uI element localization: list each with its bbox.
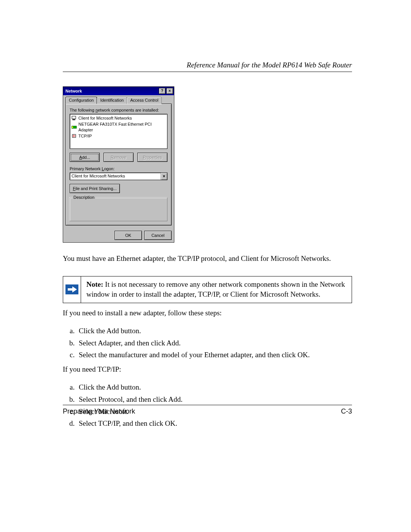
nic-icon [72, 125, 77, 129]
tab-identification[interactable]: Identification [97, 97, 127, 104]
list-item: Select Adapter, and then click Add. [76, 338, 352, 348]
svg-rect-3 [72, 126, 73, 128]
description-legend: Description [72, 195, 96, 200]
close-button[interactable]: × [166, 88, 173, 94]
tab-access-control[interactable]: Access Control [127, 97, 162, 104]
primary-logon-label: Primary Network Logon: [70, 166, 167, 171]
list-item[interactable]: NETGEAR FA310TX Fast Ethernet PCI Adapte… [71, 121, 166, 133]
body-paragraph: If you need TCP/IP: [63, 364, 352, 375]
footer-section: Preparing Your Network [63, 407, 135, 415]
ordered-list-adapter: Click the Add button. Select Adapter, an… [63, 326, 352, 360]
list-item[interactable]: Client for Microsoft Networks [71, 115, 166, 121]
list-item-label: TCP/IP [78, 133, 92, 139]
computer-icon [72, 116, 77, 120]
components-label: The following network components are ins… [70, 108, 167, 112]
components-listbox[interactable]: Client for Microsoft Networks NETGEAR FA… [70, 114, 167, 149]
running-header: Reference Manual for the Model RP614 Web… [63, 61, 352, 72]
cancel-button[interactable]: Cancel [144, 231, 172, 240]
network-dialog-window: Network ? × Configuration Identification… [63, 86, 174, 243]
primary-logon-combo[interactable]: Client for Microsoft Networks ▼ [70, 173, 167, 180]
svg-rect-0 [72, 116, 76, 119]
add-button[interactable]: Add... [70, 153, 100, 162]
note-callout: Note: It is not necessary to remove any … [63, 276, 352, 303]
arrow-right-icon [63, 276, 81, 303]
list-item: Select the manufacturer and model of you… [76, 350, 352, 360]
document-page: Reference Manual for the Model RP614 Web… [0, 0, 411, 532]
figure-network-dialog: Network ? × Configuration Identification… [63, 86, 352, 243]
list-item: Select TCP/IP, and then click OK. [76, 418, 352, 429]
help-button[interactable]: ? [159, 88, 166, 94]
tab-strip: Configuration Identification Access Cont… [65, 97, 172, 104]
protocol-icon [72, 134, 77, 138]
list-item: Click the Add button. [76, 382, 352, 393]
list-item-label: Client for Microsoft Networks [78, 115, 132, 121]
list-item-label: NETGEAR FA310TX Fast Ethernet PCI Adapte… [78, 121, 166, 133]
page-footer: Preparing Your Network C-3 [63, 405, 352, 415]
ok-button[interactable]: OK [115, 231, 142, 240]
list-item: Select Protocol, and then click Add. [76, 394, 352, 405]
description-groupbox: Description [70, 198, 167, 221]
dialog-title: Network [65, 89, 82, 93]
combo-value: Client for Microsoft Networks [70, 173, 161, 180]
file-print-sharing-button[interactable]: File and Print Sharing... [70, 184, 120, 193]
dialog-titlebar: Network ? × [63, 87, 174, 95]
body-paragraph: If you need to install a new adapter, fo… [63, 308, 352, 318]
note-label: Note: [86, 280, 103, 288]
chevron-down-icon[interactable]: ▼ [161, 173, 167, 180]
svg-rect-1 [73, 119, 75, 120]
tab-configuration[interactable]: Configuration [65, 97, 97, 104]
list-item: Click the Add button. [76, 326, 352, 336]
body-paragraph: You must have an Ethernet adapter, the T… [63, 253, 352, 264]
note-text: Note: It is not necessary to remove any … [81, 276, 352, 303]
tab-panel-configuration: The following network components are ins… [65, 104, 172, 225]
remove-button[interactable]: Remove [104, 153, 134, 162]
list-item[interactable]: TCP/IP [71, 133, 166, 139]
footer-page-number: C-3 [341, 407, 352, 415]
properties-button[interactable]: Properties [137, 153, 167, 162]
